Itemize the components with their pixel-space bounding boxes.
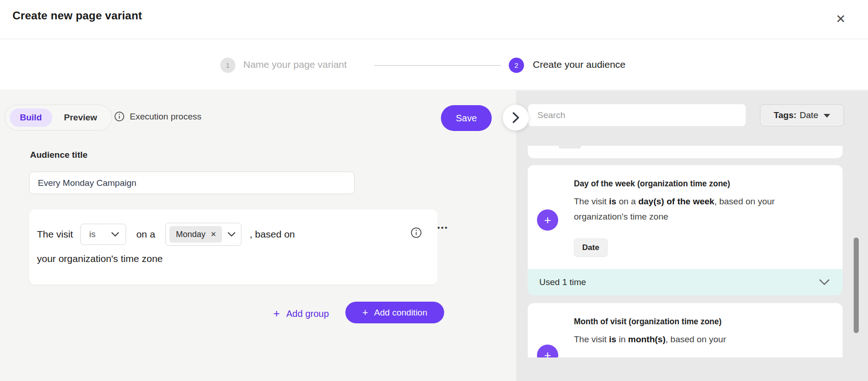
info-icon bbox=[114, 111, 125, 122]
condition-line2: your organization's time zone bbox=[37, 253, 163, 264]
chevron-down-icon bbox=[819, 279, 830, 286]
desc-segment: , based on your bbox=[666, 334, 726, 344]
library-card-month-of-visit: Month of visit (organization time zone) … bbox=[528, 303, 843, 357]
step-1-label: Name your page variant bbox=[243, 59, 347, 70]
add-group-button[interactable]: + Add group bbox=[273, 307, 329, 320]
condition-suffix: , based on bbox=[250, 229, 295, 240]
execution-process-link[interactable]: Execution process bbox=[114, 111, 201, 122]
add-condition-label: Add condition bbox=[374, 308, 427, 318]
card-title: Day of the week (organization time zone) bbox=[574, 179, 730, 189]
card-description: The visit is on a day(s) of the week, ba… bbox=[574, 194, 777, 224]
caret-down-icon bbox=[824, 114, 830, 118]
close-icon[interactable]: ✕ bbox=[832, 10, 850, 28]
desc-segment: The visit bbox=[574, 334, 609, 344]
add-month-of-visit-condition-button[interactable]: + bbox=[537, 345, 558, 357]
desc-segment: The visit bbox=[574, 196, 609, 206]
selected-value-chip: Monday ✕ bbox=[169, 226, 222, 243]
collapse-panel-button[interactable] bbox=[503, 105, 529, 131]
stepper: 1 Name your page variant 2 Create your a… bbox=[0, 40, 868, 90]
execution-process-label: Execution process bbox=[130, 112, 201, 122]
chip-remove-icon[interactable]: ✕ bbox=[210, 229, 217, 239]
chip-value: Monday bbox=[176, 230, 205, 239]
tab-build[interactable]: Build bbox=[10, 108, 52, 127]
step-2-indicator[interactable]: 2 bbox=[509, 58, 524, 73]
library-card-day-of-week: Day of the week (organization time zone)… bbox=[528, 165, 843, 269]
desc-segment-bold: day(s) of the week bbox=[638, 196, 714, 206]
partial-tag-chip bbox=[559, 146, 581, 149]
day-multiselect[interactable]: Monday ✕ bbox=[165, 223, 241, 246]
desc-segment: on a bbox=[616, 196, 639, 206]
condition-prefix: The visit bbox=[37, 229, 73, 240]
stepper-connector bbox=[374, 65, 501, 66]
search-input[interactable] bbox=[528, 104, 746, 126]
chevron-right-icon bbox=[512, 112, 519, 123]
modal-title: Create new page variant bbox=[12, 9, 142, 22]
desc-segment-bold: is bbox=[609, 334, 616, 344]
modal-header: Create new page variant ✕ bbox=[0, 0, 868, 39]
audience-title-label: Audience title bbox=[30, 150, 88, 160]
plus-icon: + bbox=[362, 307, 368, 319]
condition-library-panel: Tags: Date Day of the week (organization… bbox=[516, 91, 868, 381]
usage-count-label: Used 1 time bbox=[539, 277, 586, 287]
condition-card: The visit is on a Monday ✕ , based on bbox=[29, 209, 438, 285]
operator-value: is bbox=[89, 229, 96, 239]
audience-title-input[interactable] bbox=[29, 172, 355, 194]
tags-filter-value: Date bbox=[800, 110, 818, 120]
save-button[interactable]: Save bbox=[441, 105, 492, 131]
condition-row: The visit is on a Monday ✕ , based on bbox=[37, 223, 295, 246]
more-options-icon[interactable]: ••• bbox=[437, 223, 448, 232]
plus-icon: + bbox=[273, 307, 280, 320]
card-title: Month of visit (organization time zone) bbox=[574, 317, 722, 327]
operator-select[interactable]: is bbox=[80, 224, 126, 245]
usage-expander[interactable]: Used 1 time bbox=[528, 269, 843, 295]
scrollbar-thumb[interactable] bbox=[854, 238, 859, 333]
chevron-down-icon bbox=[111, 232, 119, 237]
desc-segment: in bbox=[616, 334, 628, 344]
add-group-label: Add group bbox=[286, 309, 329, 319]
tags-filter-label: Tags: bbox=[774, 110, 796, 120]
tags-filter-dropdown[interactable]: Tags: Date bbox=[760, 104, 844, 126]
desc-segment-bold: month(s) bbox=[628, 334, 665, 344]
add-day-of-week-condition-button[interactable]: + bbox=[537, 209, 558, 231]
card-description: The visit is in month(s), based on your bbox=[574, 332, 777, 347]
audience-builder-panel: Build Preview Execution process Save Aud… bbox=[0, 91, 516, 381]
partial-card bbox=[528, 146, 843, 158]
create-page-variant-modal: Create new page variant ✕ 1 Name your pa… bbox=[0, 0, 868, 381]
chevron-down-icon bbox=[228, 232, 235, 237]
date-tag-chip: Date bbox=[574, 238, 608, 257]
desc-segment-bold: is bbox=[609, 196, 616, 206]
add-condition-button[interactable]: + Add condition bbox=[345, 302, 444, 323]
build-preview-toggle: Build Preview bbox=[5, 105, 112, 131]
step-2-label: Create your audience bbox=[533, 59, 626, 70]
tab-preview[interactable]: Preview bbox=[54, 108, 108, 127]
condition-info-icon[interactable] bbox=[410, 227, 422, 238]
condition-middle: on a bbox=[136, 229, 155, 240]
step-1-indicator[interactable]: 1 bbox=[220, 58, 235, 73]
